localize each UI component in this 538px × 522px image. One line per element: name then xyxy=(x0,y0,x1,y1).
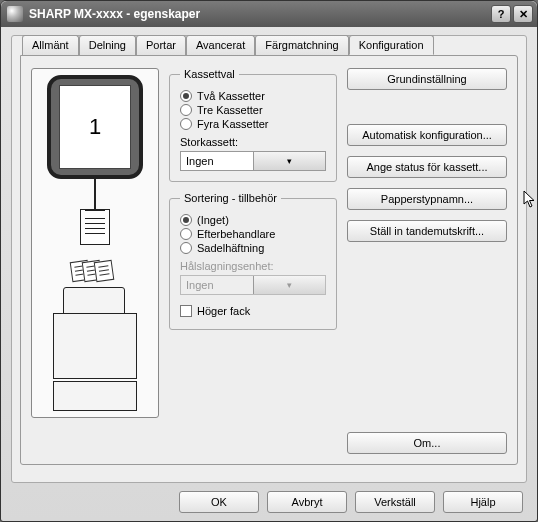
properties-dialog: SHARP MX-xxxx - egenskaper ? ✕ Allmänt D… xyxy=(0,0,538,522)
hoger-fack-label: Höger fack xyxy=(197,305,250,317)
avbryt-button[interactable]: Avbryt xyxy=(267,491,347,513)
tab-portar[interactable]: Portar xyxy=(136,35,186,55)
sortering-legend: Sortering - tillbehör xyxy=(180,192,281,204)
tab-fargmatchning[interactable]: Färgmatchning xyxy=(255,35,348,55)
dialog-button-row: OK Avbryt Verkställ Hjälp xyxy=(11,483,527,513)
halslagning-value: Ingen xyxy=(181,279,253,291)
automatisk-konfiguration-button[interactable]: Automatisk konfiguration... xyxy=(347,124,507,146)
kassettval-group: Kassettval Två Kassetter Tre Kassetter xyxy=(169,68,337,182)
preview-printer-icon xyxy=(45,291,145,411)
om-button[interactable]: Om... xyxy=(347,432,507,454)
hoger-fack-checkbox[interactable]: Höger fack xyxy=(180,305,326,317)
hjalp-button[interactable]: Hjälp xyxy=(443,491,523,513)
window-title: SHARP MX-xxxx - egenskaper xyxy=(29,7,489,21)
preview-tray-icon: 1 xyxy=(47,75,143,179)
radio-efterbehandlare[interactable]: Efterbehandlare xyxy=(180,228,326,240)
tab-konfiguration[interactable]: Konfiguration xyxy=(349,35,434,55)
radio-label: Tre Kassetter xyxy=(197,104,263,116)
preview-page-number: 1 xyxy=(59,85,131,169)
printer-icon xyxy=(7,6,23,22)
printer-preview: 1 xyxy=(31,68,159,418)
preview-connector-icon xyxy=(94,179,96,209)
radio-icon xyxy=(180,118,192,130)
radio-tva-kassetter[interactable]: Två Kassetter xyxy=(180,90,326,102)
tab-delning[interactable]: Delning xyxy=(79,35,136,55)
tab-container: Allmänt Delning Portar Avancerat Färgmat… xyxy=(11,35,527,483)
radio-label: Fyra Kassetter xyxy=(197,118,269,130)
radio-tre-kassetter[interactable]: Tre Kassetter xyxy=(180,104,326,116)
ok-button[interactable]: OK xyxy=(179,491,259,513)
tab-allmant[interactable]: Allmänt xyxy=(22,35,79,55)
tab-avancerat[interactable]: Avancerat xyxy=(186,35,255,55)
chevron-down-icon: ▾ xyxy=(253,152,326,170)
right-column: Grundinställning Automatisk konfiguratio… xyxy=(347,68,507,454)
client-area: Allmänt Delning Portar Avancerat Färgmat… xyxy=(1,27,537,521)
preview-document-icon xyxy=(80,209,110,245)
radio-label: Två Kassetter xyxy=(197,90,265,102)
preview-pages-icon xyxy=(77,261,113,281)
radio-icon xyxy=(180,214,192,226)
titlebar: SHARP MX-xxxx - egenskaper ? ✕ xyxy=(1,1,537,27)
storkassett-combo[interactable]: Ingen ▾ xyxy=(180,151,326,171)
tandemutskrift-button[interactable]: Ställ in tandemutskrift... xyxy=(347,220,507,242)
verkstall-button[interactable]: Verkställ xyxy=(355,491,435,513)
radio-icon xyxy=(180,228,192,240)
tab-strip: Allmänt Delning Portar Avancerat Färgmat… xyxy=(20,34,518,54)
cursor-icon xyxy=(523,190,537,208)
radio-icon xyxy=(180,242,192,254)
radio-fyra-kassetter[interactable]: Fyra Kassetter xyxy=(180,118,326,130)
center-column: Kassettval Två Kassetter Tre Kassetter xyxy=(169,68,337,454)
storkassett-value: Ingen xyxy=(181,155,253,167)
radio-icon xyxy=(180,104,192,116)
halslagning-label: Hålslagningsenhet: xyxy=(180,260,326,272)
sortering-group: Sortering - tillbehör (Inget) Efterbehan… xyxy=(169,192,337,330)
halslagning-combo: Ingen ▾ xyxy=(180,275,326,295)
radio-icon xyxy=(180,90,192,102)
om-row: Om... xyxy=(347,432,507,454)
close-button[interactable]: ✕ xyxy=(513,5,533,23)
radio-inget[interactable]: (Inget) xyxy=(180,214,326,226)
checkbox-icon xyxy=(180,305,192,317)
radio-label: Sadelhäftning xyxy=(197,242,264,254)
radio-sadelhaftning[interactable]: Sadelhäftning xyxy=(180,242,326,254)
ange-status-kassett-button[interactable]: Ange status för kassett... xyxy=(347,156,507,178)
kassettval-legend: Kassettval xyxy=(180,68,239,80)
radio-label: Efterbehandlare xyxy=(197,228,275,240)
storkassett-label: Storkassett: xyxy=(180,136,326,148)
papperstypnamn-button[interactable]: Papperstypnamn... xyxy=(347,188,507,210)
grundinstallning-button[interactable]: Grundinställning xyxy=(347,68,507,90)
radio-label: (Inget) xyxy=(197,214,229,226)
layout: 1 Kassettval xyxy=(31,68,507,454)
help-button[interactable]: ? xyxy=(491,5,511,23)
tab-panel: 1 Kassettval xyxy=(20,55,518,465)
chevron-down-icon: ▾ xyxy=(253,276,326,294)
